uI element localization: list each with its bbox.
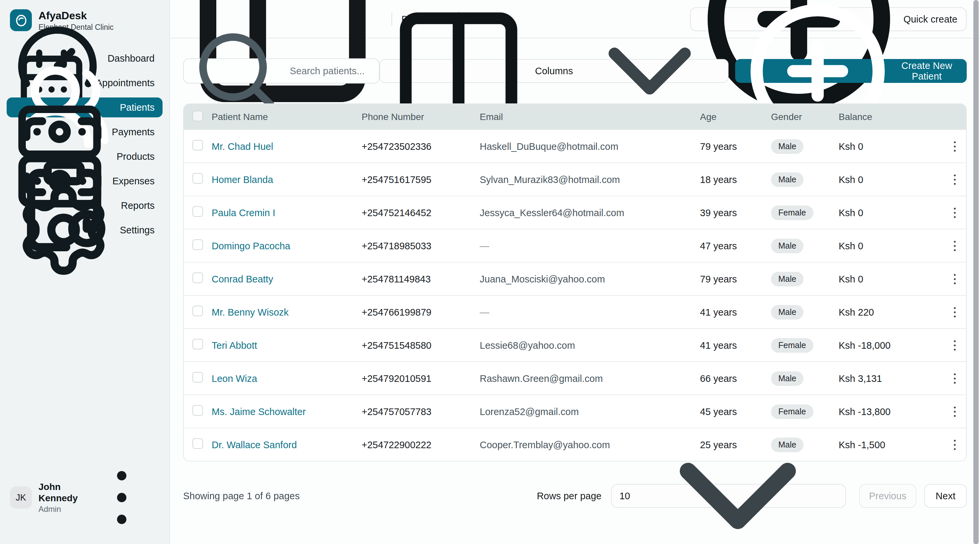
gender-badge: Female bbox=[771, 205, 813, 220]
table-row: Dr. Wallace Sanford +254722900222 Cooper… bbox=[184, 428, 966, 461]
patient-phone: +254757057783 bbox=[362, 406, 480, 417]
user-role: Admin bbox=[38, 504, 78, 514]
row-actions-kebab-icon[interactable] bbox=[938, 138, 966, 154]
row-checkbox[interactable] bbox=[192, 405, 203, 416]
table-row: Mr. Benny Wisozk +254766199879 — 41 year… bbox=[184, 295, 966, 328]
table-row: Leon Wiza +254792010591 Rashawn.Green@gm… bbox=[184, 362, 966, 395]
patient-name-link[interactable]: Conrad Beatty bbox=[212, 273, 273, 284]
patient-phone: +254718985033 bbox=[362, 240, 480, 251]
row-checkbox[interactable] bbox=[192, 339, 203, 349]
patient-phone: +254751617595 bbox=[362, 174, 480, 185]
scrollbar-thumb[interactable] bbox=[974, 0, 979, 544]
patient-name-link[interactable]: Homer Blanda bbox=[212, 174, 273, 185]
sidebar: AfyaDesk Elephant Dental Clinic Dashboar… bbox=[0, 0, 170, 544]
search-box bbox=[183, 58, 380, 84]
sidebar-item-label: Settings bbox=[120, 225, 154, 235]
patient-phone: +254722900222 bbox=[362, 439, 480, 450]
row-actions-kebab-icon[interactable] bbox=[938, 171, 966, 187]
patient-name-link[interactable]: Teri Abbott bbox=[212, 340, 257, 351]
patient-phone: +254781149843 bbox=[362, 273, 480, 284]
table-row: Paula Cremin I +254752146452 Jessyca_Kes… bbox=[184, 195, 966, 229]
sidebar-item-label: Dashboard bbox=[108, 53, 154, 63]
rows-per-page-label: Rows per page bbox=[537, 491, 601, 501]
table-row: Ms. Jaime Schowalter +254757057783 Loren… bbox=[184, 395, 966, 428]
row-actions-kebab-icon[interactable] bbox=[938, 436, 966, 452]
rows-per-page-value: 10 bbox=[619, 491, 630, 501]
create-new-patient-button[interactable]: Create New Patient bbox=[735, 59, 967, 83]
row-actions-kebab-icon[interactable] bbox=[938, 271, 966, 287]
patient-email: Juana_Mosciski@yahoo.com bbox=[480, 273, 700, 284]
row-actions-kebab-icon[interactable] bbox=[938, 205, 966, 220]
patient-email: Haskell_DuBuque@hotmail.com bbox=[480, 141, 700, 152]
next-page-button[interactable]: Next bbox=[924, 484, 967, 508]
user-section[interactable]: JK John Kennedy Admin bbox=[6, 460, 162, 535]
row-checkbox[interactable] bbox=[192, 206, 203, 217]
pagination: Showing page 1 of 6 pages Rows per page … bbox=[183, 484, 967, 508]
rows-per-page-select[interactable]: 10 bbox=[611, 484, 846, 508]
columns-label: Columns bbox=[535, 66, 573, 76]
patient-email: Jessyca_Kessler64@hotmail.com bbox=[480, 207, 700, 218]
previous-page-button[interactable]: Previous bbox=[859, 484, 916, 508]
gender-badge: Male bbox=[771, 271, 803, 286]
gender-badge: Male bbox=[771, 172, 803, 187]
patient-balance: Ksh -13,800 bbox=[839, 406, 938, 417]
patient-name-link[interactable]: Paula Cremin I bbox=[212, 207, 275, 218]
sidebar-item-label: Expenses bbox=[113, 176, 154, 186]
toolbar: Columns Create New Patient bbox=[183, 58, 967, 84]
column-header-age: Age bbox=[700, 111, 771, 122]
quick-create-label: Quick create bbox=[904, 14, 958, 24]
patient-name-link[interactable]: Mr. Chad Huel bbox=[212, 141, 273, 152]
page-summary: Showing page 1 of 6 pages bbox=[183, 491, 300, 501]
patient-name-link[interactable]: Mr. Benny Wisozk bbox=[212, 307, 289, 317]
sidebar-item-label: Payments bbox=[112, 127, 154, 137]
patient-balance: Ksh 0 bbox=[839, 174, 938, 185]
row-actions-kebab-icon[interactable] bbox=[938, 370, 966, 386]
sidebar-item-label: Reports bbox=[121, 200, 154, 211]
sidebar-item-label: Products bbox=[117, 151, 154, 162]
patient-name-link[interactable]: Leon Wiza bbox=[212, 373, 257, 384]
row-actions-kebab-icon[interactable] bbox=[938, 304, 966, 320]
row-checkbox[interactable] bbox=[192, 173, 203, 184]
patient-email: Rashawn.Green@gmail.com bbox=[480, 373, 700, 384]
patient-phone: +254752146452 bbox=[362, 207, 480, 218]
row-checkbox[interactable] bbox=[192, 372, 203, 382]
user-menu-kebab-icon[interactable] bbox=[84, 460, 159, 535]
table-row: Domingo Pacocha +254718985033 — 47 years… bbox=[184, 229, 966, 262]
table-row: Homer Blanda +254751617595 Sylvan_Murazi… bbox=[184, 162, 966, 195]
patient-phone: +254751548580 bbox=[362, 340, 480, 351]
row-checkbox[interactable] bbox=[192, 239, 203, 250]
row-checkbox[interactable] bbox=[192, 273, 203, 283]
row-checkbox[interactable] bbox=[192, 140, 203, 151]
search-input[interactable] bbox=[288, 65, 371, 77]
patient-age: 66 years bbox=[700, 373, 771, 384]
user-name: John Kennedy bbox=[38, 482, 78, 504]
patient-name-link[interactable]: Domingo Pacocha bbox=[212, 240, 290, 251]
row-actions-kebab-icon[interactable] bbox=[938, 337, 966, 353]
table-row: Mr. Chad Huel +254723502336 Haskell_DuBu… bbox=[184, 129, 966, 162]
columns-button[interactable]: Columns bbox=[380, 59, 729, 83]
patient-name-link[interactable]: Ms. Jaime Schowalter bbox=[212, 406, 306, 417]
window-scrollbar[interactable] bbox=[974, 0, 979, 544]
chevron-down-icon bbox=[638, 397, 837, 544]
sidebar-spacer bbox=[6, 240, 162, 460]
row-checkbox[interactable] bbox=[192, 438, 203, 449]
row-checkbox[interactable] bbox=[192, 306, 203, 316]
patient-balance: Ksh 3,131 bbox=[839, 373, 938, 384]
column-header-patient-name: Patient Name bbox=[212, 111, 362, 122]
sidebar-item-settings[interactable]: Settings bbox=[6, 220, 162, 240]
gender-badge: Female bbox=[771, 338, 813, 352]
gender-badge: Male bbox=[771, 238, 803, 253]
row-actions-kebab-icon[interactable] bbox=[938, 238, 966, 254]
patient-email: — bbox=[480, 307, 700, 317]
patient-phone: +254766199879 bbox=[362, 307, 480, 317]
patient-age: 79 years bbox=[700, 273, 771, 284]
main-area: Patients Quick create Columns bbox=[170, 0, 980, 544]
patient-email: — bbox=[480, 240, 700, 251]
select-all-checkbox[interactable] bbox=[192, 110, 203, 121]
patient-name-link[interactable]: Dr. Wallace Sanford bbox=[212, 439, 297, 450]
column-header-phone: Phone Number bbox=[362, 111, 480, 122]
patient-balance: Ksh -18,000 bbox=[839, 340, 938, 351]
sidebar-nav: Dashboard Appointments Patients Payments… bbox=[6, 48, 162, 240]
row-actions-kebab-icon[interactable] bbox=[938, 403, 966, 419]
patient-age: 41 years bbox=[700, 307, 771, 317]
